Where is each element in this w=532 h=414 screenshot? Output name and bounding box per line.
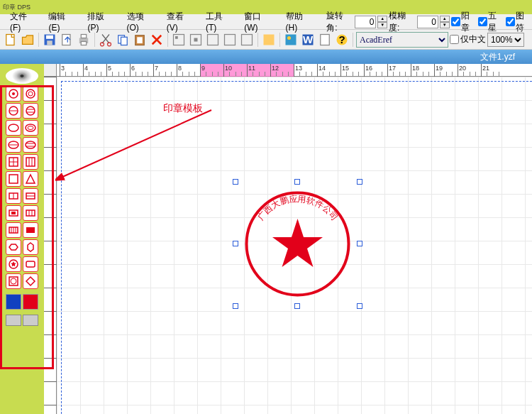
- color-swatch-red[interactable]: [23, 294, 38, 310]
- svg-rect-0: [6, 34, 14, 45]
- stamp-template-3[interactable]: [6, 103, 21, 119]
- stamp-template-grid: [6, 86, 38, 289]
- tufu-label: 图符: [516, 10, 532, 34]
- zoom-select[interactable]: 100%: [487, 33, 524, 47]
- stamp-template-1[interactable]: [6, 86, 21, 102]
- workspace: 3456789101112131415161718192021 广西大鹏应用软件…: [0, 64, 532, 414]
- menu-option[interactable]: 选项(O): [123, 9, 160, 34]
- stamp-template-8[interactable]: [23, 137, 38, 153]
- new-button[interactable]: [3, 32, 18, 48]
- stamp-template-17[interactable]: [6, 222, 21, 238]
- selection-handle-ne[interactable]: [357, 179, 362, 185]
- save-button[interactable]: [42, 32, 57, 48]
- font-select[interactable]: AcadEref: [356, 32, 448, 48]
- chinese-only-checkbox[interactable]: [450, 35, 459, 44]
- stamp-template-21[interactable]: [6, 256, 21, 272]
- menu-layout[interactable]: 排版(P): [83, 9, 119, 34]
- stamp-template-20[interactable]: [23, 239, 38, 255]
- svg-text:广西大鹏应用软件公司: 广西大鹏应用软件公司: [255, 194, 340, 223]
- ruler-horizontal[interactable]: 3456789101112131415161718192021: [57, 64, 532, 77]
- stamp-template-13[interactable]: [6, 188, 21, 204]
- menu-help[interactable]: 帮助(H): [282, 9, 318, 34]
- menu-view[interactable]: 查看(V): [162, 9, 199, 34]
- svg-rect-17: [194, 38, 198, 41]
- align-5-button[interactable]: [239, 32, 255, 48]
- rotate-label: 旋转角:: [326, 10, 353, 34]
- rotate-spinner[interactable]: ▲▼: [377, 16, 387, 28]
- stamp-template-15[interactable]: [6, 205, 21, 221]
- blur-spinner[interactable]: ▲▼: [440, 16, 450, 28]
- copy-button[interactable]: [115, 32, 131, 48]
- blur-input[interactable]: [417, 16, 438, 28]
- svg-rect-52: [9, 175, 18, 183]
- align-3-button[interactable]: [205, 32, 221, 48]
- selection-handle-w[interactable]: [233, 241, 238, 246]
- stamp-template-23[interactable]: [6, 273, 21, 289]
- svg-rect-20: [242, 34, 253, 45]
- stamp-template-5[interactable]: [6, 120, 21, 136]
- selection-handle-e[interactable]: [357, 241, 362, 246]
- star-label: 五星: [488, 10, 504, 34]
- color-button[interactable]: [261, 32, 277, 48]
- stamp-template-10[interactable]: [23, 154, 38, 170]
- svg-rect-14: [174, 34, 184, 45]
- rotate-input[interactable]: [355, 16, 376, 28]
- stamp-template-6[interactable]: [23, 120, 38, 136]
- svg-rect-26: [321, 34, 330, 45]
- stamp-template-24[interactable]: [23, 273, 38, 289]
- stamp-template-18[interactable]: [23, 222, 38, 238]
- stamp-template-panel: [0, 64, 44, 414]
- menu-edit[interactable]: 编辑(E): [44, 9, 80, 34]
- stamp-template-2[interactable]: [23, 86, 38, 102]
- ruler-vertical[interactable]: [44, 77, 57, 414]
- star-checkbox[interactable]: [478, 17, 487, 26]
- stamp-template-9[interactable]: [6, 154, 21, 170]
- misc-button-2[interactable]: [23, 315, 38, 326]
- paste-button[interactable]: [132, 32, 148, 48]
- color-swatch-blue[interactable]: [6, 294, 21, 310]
- canvas[interactable]: 广西大鹏应用软件公司: [57, 77, 532, 414]
- open-button[interactable]: [20, 32, 35, 48]
- stamp-template-7[interactable]: [6, 137, 21, 153]
- svg-rect-13: [137, 37, 143, 43]
- stamp-template-16[interactable]: [23, 205, 38, 221]
- delete-button[interactable]: [149, 32, 165, 48]
- stamp-template-12[interactable]: [23, 171, 38, 187]
- svg-rect-18: [208, 34, 218, 45]
- menu-file[interactable]: 文件(F): [6, 9, 41, 34]
- align-4-button[interactable]: [222, 32, 238, 48]
- svg-point-39: [26, 124, 35, 131]
- selection-handle-nw[interactable]: [233, 179, 238, 185]
- svg-rect-66: [26, 227, 35, 233]
- cut-button[interactable]: [98, 32, 113, 48]
- stamp-template-4[interactable]: [23, 103, 38, 119]
- document-title: 文件1.yzf: [480, 52, 515, 62]
- stamp-template-14[interactable]: [23, 188, 38, 204]
- align-2-button[interactable]: [188, 32, 204, 48]
- svg-rect-49: [26, 158, 35, 166]
- stamp-object[interactable]: 广西大鹏应用软件公司: [243, 189, 353, 299]
- selection-handle-se[interactable]: [357, 303, 362, 309]
- export-button[interactable]: [59, 32, 74, 48]
- stamp-template-22[interactable]: [23, 256, 38, 272]
- selection-handle-s[interactable]: [294, 303, 300, 309]
- misc-button-1[interactable]: [6, 315, 21, 326]
- word-button[interactable]: W: [300, 32, 316, 48]
- svg-rect-21: [264, 34, 275, 45]
- selection-handle-sw[interactable]: [233, 303, 238, 309]
- print-button[interactable]: [76, 32, 92, 48]
- help-button[interactable]: ?: [334, 32, 350, 48]
- doc-button[interactable]: [317, 32, 333, 48]
- tufu-checkbox[interactable]: [506, 17, 515, 26]
- align-1-button[interactable]: [171, 32, 187, 48]
- stamp-template-11[interactable]: [6, 171, 21, 187]
- blur-label: 模糊度:: [389, 10, 416, 34]
- yang-checkbox[interactable]: [451, 17, 460, 26]
- stamp-template-19[interactable]: [6, 239, 21, 255]
- menu-window[interactable]: 窗口(W): [240, 9, 278, 34]
- svg-rect-11: [121, 37, 128, 45]
- ruler-corner: [44, 64, 57, 77]
- selection-handle-n[interactable]: [294, 179, 300, 185]
- image-button[interactable]: [283, 32, 299, 48]
- menu-tool[interactable]: 工具(T): [201, 9, 237, 34]
